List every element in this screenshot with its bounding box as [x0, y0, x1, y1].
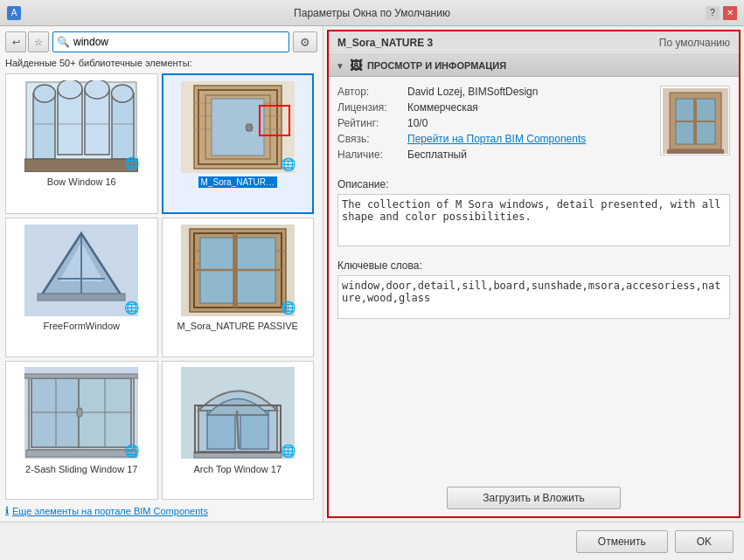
grid-item-3[interactable]: 🌐 M_Sora_NATURE PASSIVE	[162, 218, 315, 356]
item-label-4: 2-Sash Sliding Window 17	[25, 464, 137, 474]
grid-item-1[interactable]: 🌐 M_Sora_NATUR…	[162, 73, 315, 214]
svg-point-5	[34, 85, 56, 102]
globe-icon-3: 🌐	[281, 301, 296, 315]
link-row: Связь: Перейти на Портал BIM Components	[337, 133, 650, 145]
rating-row: Рейтинг: 10/0	[337, 117, 650, 129]
cancel-button[interactable]: Отменить	[576, 530, 668, 553]
app-icon: A	[7, 6, 21, 20]
item-image-0: 🌐	[20, 78, 143, 174]
info-fields: Автор: David Lozej, BIMSoftDesign Лиценз…	[337, 86, 650, 164]
search-input-wrap: 🔍	[52, 31, 289, 52]
keywords-label: Ключевые слова:	[337, 259, 730, 272]
keywords-textarea[interactable]: window,door,detail,sill,board,sunshade,m…	[337, 275, 730, 319]
search-bar: ↩ ☆ 🔍 ⚙	[5, 31, 317, 52]
title-bar: A Параметры Окна по Умолчанию ? ✕	[0, 0, 744, 26]
item-image-1: 🌐	[177, 79, 299, 175]
right-panel-header: M_Sora_NATURE 3 По умолчанию	[329, 31, 739, 55]
main-container: ↩ ☆ 🔍 ⚙ Найденные 50+ библиотечные элеме…	[0, 26, 744, 522]
preview-icon: 🖼	[350, 59, 362, 73]
svg-rect-13	[24, 159, 138, 172]
search-icon: 🔍	[57, 36, 70, 48]
ok-button[interactable]: OK	[675, 530, 734, 553]
license-row: Лицензия: Коммерческая	[337, 101, 650, 114]
svg-rect-51	[77, 408, 82, 417]
items-grid-wrap: 🌐 Bow Window 16	[5, 73, 317, 500]
desc-label: Описание:	[337, 178, 730, 190]
grid-item-0[interactable]: 🌐 Bow Window 16	[5, 73, 158, 214]
globe-icon-0: 🌐	[124, 156, 139, 170]
author-label: Автор:	[337, 86, 407, 98]
globe-icon-5: 🌐	[281, 444, 296, 458]
item-label-5: Arch Top Window 17	[193, 464, 282, 474]
rating-label: Рейтинг:	[337, 117, 407, 129]
svg-point-8	[112, 85, 134, 102]
grid-item-2[interactable]: 🌐 FreeFormWindow	[5, 218, 158, 356]
item-image-3: 🌐	[177, 222, 299, 318]
svg-rect-53	[24, 374, 138, 378]
section-header: ▼ 🖼 ПРОСМОТР И ИНФОРМАЦИЯ	[329, 55, 739, 77]
item-label-3: M_Sora_NATURE PASSIVE	[177, 321, 298, 331]
svg-point-6	[58, 80, 82, 99]
svg-rect-67	[667, 149, 724, 154]
selection-red-box	[259, 105, 290, 136]
globe-icon-4: 🌐	[124, 444, 139, 458]
link-value[interactable]: Перейти на Портал BIM Components	[407, 133, 586, 145]
svg-rect-57	[240, 411, 268, 449]
search-input[interactable]	[73, 36, 285, 48]
grid-item-4[interactable]: 🌐 2-Sash Sliding Window 17	[5, 361, 158, 500]
info-icon: ℹ	[5, 505, 9, 516]
items-grid: 🌐 Bow Window 16	[5, 73, 317, 500]
load-button[interactable]: Загрузить и Вложить	[447, 487, 620, 509]
load-btn-section: Загрузить и Вложить	[329, 480, 739, 516]
item-image-4: 🌐	[20, 365, 143, 461]
close-button[interactable]: ✕	[723, 6, 737, 20]
author-row: Автор: David Lozej, BIMSoftDesign	[337, 86, 650, 98]
svg-rect-4	[112, 93, 134, 159]
svg-point-7	[85, 80, 109, 99]
item-label-2: FreeFormWindow	[44, 321, 120, 331]
keywords-section: Ключевые слова: window,door,detail,sill,…	[329, 254, 739, 327]
item-image-2: 🌐	[20, 222, 143, 318]
svg-rect-16	[212, 99, 264, 156]
license-value: Коммерческая	[407, 101, 478, 114]
preview-image	[660, 86, 730, 156]
svg-rect-52	[26, 450, 136, 457]
desc-section: Описание: The collection of M Sora windo…	[329, 173, 739, 254]
svg-rect-33	[38, 294, 125, 301]
window-controls: ? ✕	[706, 6, 737, 20]
grid-item-5[interactable]: 🌐 Arch Top Window 17	[162, 361, 315, 500]
right-panel: M_Sora_NATURE 3 По умолчанию ▼ 🖼 ПРОСМОТ…	[327, 30, 741, 518]
item-label-0: Bow Window 16	[47, 176, 116, 187]
collapse-arrow[interactable]: ▼	[336, 61, 344, 71]
svg-rect-56	[207, 411, 235, 449]
link-label: Связь:	[337, 133, 407, 145]
favorites-button[interactable]: ☆	[28, 31, 49, 52]
settings-button[interactable]: ⚙	[293, 31, 317, 52]
toolbar-buttons: ↩ ☆	[5, 31, 49, 52]
desc-textarea[interactable]: The collection of M Sora windows, detail…	[337, 194, 730, 246]
section-title: ПРОСМОТР И ИНФОРМАЦИЯ	[367, 60, 506, 71]
bottom-bar: Отменить OK	[0, 522, 744, 560]
back-button[interactable]: ↩	[5, 31, 26, 52]
left-panel: ↩ ☆ 🔍 ⚙ Найденные 50+ библиотечные элеме…	[0, 26, 323, 522]
bim-link[interactable]: ℹ Еще элементы на портале BIM Components	[5, 505, 317, 516]
globe-icon-1: 🌐	[281, 157, 296, 171]
avail-row: Наличие: Бесплатный	[337, 149, 650, 161]
svg-rect-1	[33, 93, 55, 159]
window-title: Параметры Окна по Умолчанию	[294, 7, 450, 19]
globe-icon-2: 🌐	[124, 301, 139, 315]
item-label-1: M_Sora_NATUR…	[198, 176, 277, 188]
avail-value: Бесплатный	[407, 149, 467, 161]
panel-title: M_Sora_NATURE 3	[337, 37, 433, 49]
help-button[interactable]: ?	[706, 6, 720, 20]
results-label: Найденные 50+ библиотечные элементы:	[5, 58, 317, 68]
rating-value: 10/0	[407, 117, 428, 129]
avail-label: Наличие:	[337, 149, 407, 161]
item-image-5: 🌐	[177, 365, 299, 461]
license-label: Лицензия:	[337, 101, 407, 114]
info-section: Автор: David Lozej, BIMSoftDesign Лиценз…	[329, 77, 739, 173]
panel-subtitle: По умолчанию	[659, 37, 730, 49]
author-value: David Lozej, BIMSoftDesign	[407, 86, 538, 98]
